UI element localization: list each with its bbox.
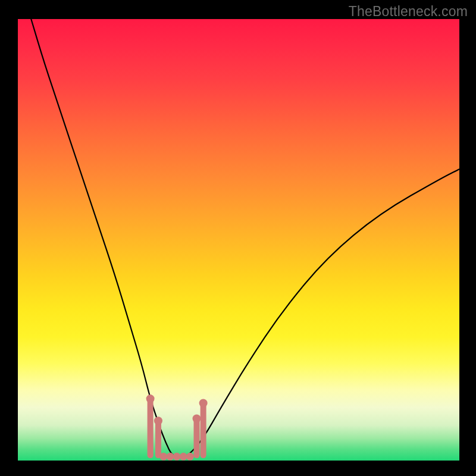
bottleneck-curve bbox=[31, 19, 459, 458]
baseline-dot bbox=[166, 453, 174, 461]
baseline-dot bbox=[180, 453, 187, 461]
marker-head bbox=[199, 399, 208, 408]
chart-overlay bbox=[18, 19, 459, 461]
baseline-dots bbox=[159, 453, 194, 461]
chart-frame: TheBottleneck.com bbox=[0, 0, 476, 476]
marker-head bbox=[193, 415, 201, 423]
marker-head bbox=[146, 394, 155, 403]
highlight-markers bbox=[146, 394, 208, 455]
baseline-dot bbox=[186, 453, 194, 461]
marker-head bbox=[154, 416, 162, 425]
baseline-dot bbox=[159, 453, 167, 461]
plot-area bbox=[18, 19, 459, 461]
watermark-text: TheBottleneck.com bbox=[349, 4, 468, 20]
baseline-dot bbox=[173, 453, 181, 461]
